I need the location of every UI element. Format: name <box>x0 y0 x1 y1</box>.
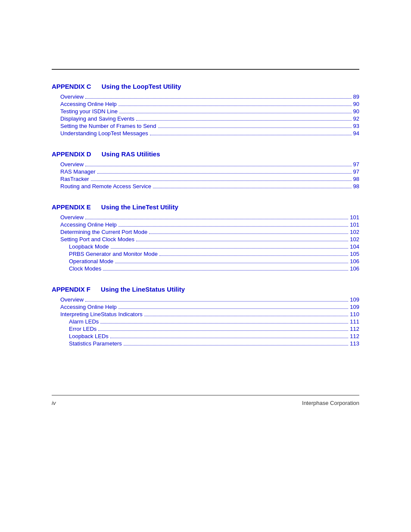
toc-page-number: 112 <box>350 333 359 339</box>
toc-dots <box>150 135 352 135</box>
toc-entry[interactable]: Accessing Online Help90 <box>52 101 359 107</box>
toc-page-number: 111 <box>350 318 359 325</box>
toc-dots <box>85 301 348 302</box>
toc-dots <box>103 270 348 271</box>
toc-entry[interactable]: Overview109 <box>52 296 359 303</box>
header-appendix-f: APPENDIX FUsing the LineStatus Utility <box>52 286 359 293</box>
toc-entry[interactable]: Setting Port and Clock Modes102 <box>52 236 359 243</box>
toc-entry-text: Setting Port and Clock Modes <box>60 236 134 243</box>
toc-entry-text: Overview <box>60 93 84 100</box>
toc-entry-text: RasTracker <box>60 176 89 182</box>
toc-page-number: 110 <box>350 311 359 317</box>
toc-entry[interactable]: Operational Mode106 <box>52 258 359 264</box>
label-appendix-f: APPENDIX F <box>52 286 90 293</box>
toc-entry[interactable]: Accessing Online Help101 <box>52 221 359 228</box>
toc-entry[interactable]: Alarm LEDs111 <box>52 318 359 325</box>
toc-entry-text: Setting the Number of Frames to Send <box>60 123 156 129</box>
toc-entry[interactable]: Error LEDs112 <box>52 326 359 332</box>
toc-entry[interactable]: Overview97 <box>52 161 359 168</box>
toc-dots <box>111 248 349 249</box>
header-appendix-c: APPENDIX CUsing the LoopTest Utility <box>52 83 359 90</box>
footer: iv Interphase Corporation <box>0 395 411 411</box>
toc-entry[interactable]: Determining the Current Port Mode102 <box>52 229 359 235</box>
toc-dots <box>98 330 348 331</box>
toc-page-number: 106 <box>350 258 359 264</box>
toc-entry[interactable]: Routing and Remote Access Service98 <box>52 183 359 190</box>
toc-page-number: 98 <box>353 183 359 190</box>
section-appendix-d: APPENDIX DUsing RAS UtilitiesOverview97R… <box>52 150 359 190</box>
toc-entry[interactable]: Overview101 <box>52 214 359 221</box>
toc-dots <box>124 345 348 345</box>
toc-dots <box>85 219 348 219</box>
toc-entry[interactable]: RasTracker98 <box>52 176 359 182</box>
toc-page-number: 94 <box>353 130 359 137</box>
toc-page-number: 90 <box>353 101 359 107</box>
toc-page-number: 101 <box>350 221 359 228</box>
toc-page-number: 92 <box>353 115 359 122</box>
toc-entry[interactable]: Setting the Number of Frames to Send93 <box>52 123 359 129</box>
toc-dots <box>85 98 351 99</box>
title-appendix-e: Using the LineTest Utility <box>101 203 178 211</box>
toc-entry-text: Overview <box>60 296 84 303</box>
label-appendix-e: APPENDIX E <box>52 203 91 211</box>
toc-dots <box>118 106 352 106</box>
toc-entry[interactable]: Accessing Online Help109 <box>52 304 359 310</box>
toc-page-number: 90 <box>353 108 359 115</box>
toc-entry-text: Loopback LEDs <box>69 333 109 339</box>
title-appendix-f: Using the LineStatus Utility <box>101 286 185 293</box>
toc-entry-text: Accessing Online Help <box>60 221 117 228</box>
title-appendix-d: Using RAS Utilities <box>102 150 160 158</box>
toc-entry-text: Displaying and Saving Events <box>60 115 134 122</box>
toc-entry-text: Understanding LoopTest Messages <box>60 130 148 137</box>
toc-entry-text: Statistics Parameters <box>69 340 122 347</box>
toc-page-number: 98 <box>353 176 359 182</box>
toc-dots <box>119 113 352 113</box>
label-appendix-d: APPENDIX D <box>52 150 91 158</box>
toc-dots <box>159 255 348 256</box>
toc-entry-text: Error LEDs <box>69 326 97 332</box>
toc-page-number: 102 <box>350 236 359 243</box>
toc-dots <box>118 226 349 227</box>
toc-entry[interactable]: Interpreting LineStatus Indicators110 <box>52 311 359 317</box>
toc-page-number: 102 <box>350 229 359 235</box>
appendices-container: APPENDIX CUsing the LoopTest UtilityOver… <box>52 83 359 347</box>
toc-entry[interactable]: Loopback Mode104 <box>52 243 359 250</box>
toc-page-number: 113 <box>350 340 359 347</box>
toc-entry-text: Determining the Current Port Mode <box>60 229 147 235</box>
toc-entry[interactable]: Understanding LoopTest Messages94 <box>52 130 359 137</box>
toc-page-number: 97 <box>353 161 359 168</box>
toc-entry[interactable]: Overview89 <box>52 93 359 100</box>
toc-entry-text: Accessing Online Help <box>60 101 117 107</box>
toc-entry[interactable]: Loopback LEDs112 <box>52 333 359 339</box>
toc-entry[interactable]: Displaying and Saving Events92 <box>52 115 359 122</box>
section-appendix-c: APPENDIX CUsing the LoopTest UtilityOver… <box>52 83 359 137</box>
toc-dots <box>149 233 348 234</box>
toc-entry[interactable]: Testing your ISDN Line90 <box>52 108 359 115</box>
toc-dots <box>97 173 352 174</box>
toc-dots <box>85 166 351 166</box>
toc-page-number: 109 <box>350 296 359 303</box>
toc-dots <box>153 188 352 188</box>
toc-dots <box>118 308 349 309</box>
footer-page: iv <box>52 400 56 406</box>
toc-entry-text: Operational Mode <box>69 258 113 264</box>
toc-entry-text: RAS Manager <box>60 168 96 175</box>
toc-entry[interactable]: Clock Modes106 <box>52 265 359 272</box>
header-appendix-e: APPENDIX EUsing the LineTest Utility <box>52 203 359 211</box>
toc-entry[interactable]: PRBS Generator and Monitor Mode105 <box>52 251 359 257</box>
toc-entry[interactable]: RAS Manager97 <box>52 168 359 175</box>
toc-entry-text: Overview <box>60 161 84 168</box>
toc-entry-text: Alarm LEDs <box>69 318 99 325</box>
toc-page-number: 106 <box>350 265 359 272</box>
toc-dots <box>100 323 348 324</box>
toc-page-number: 97 <box>353 168 359 175</box>
toc-page-number: 109 <box>350 304 359 310</box>
toc-page-number: 105 <box>350 251 359 257</box>
page: APPENDIX CUsing the LoopTest UtilityOver… <box>0 0 411 532</box>
toc-page-number: 112 <box>350 326 359 332</box>
toc-entry-text: Routing and Remote Access Service <box>60 183 151 190</box>
toc-entry-text: Loopback Mode <box>69 243 109 250</box>
toc-entry-text: Clock Modes <box>69 265 101 272</box>
toc-entry[interactable]: Statistics Parameters113 <box>52 340 359 347</box>
toc-page-number: 89 <box>353 93 359 100</box>
